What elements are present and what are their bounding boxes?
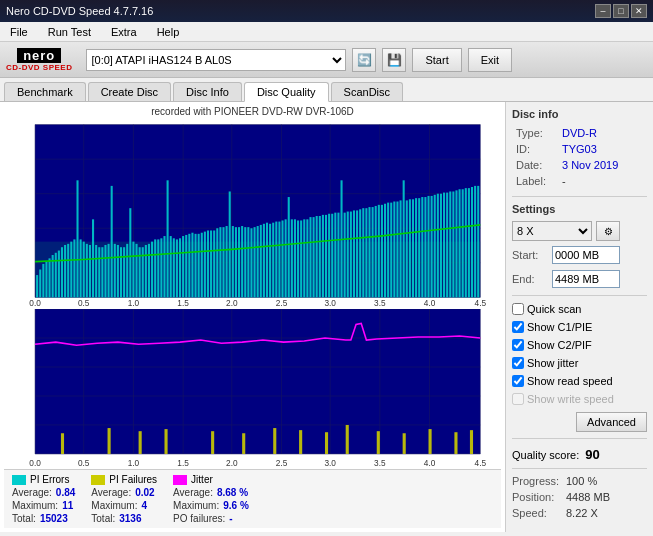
svg-text:3.5: 3.5 (374, 459, 386, 468)
exit-button[interactable]: Exit (468, 48, 512, 72)
svg-rect-47 (61, 247, 63, 297)
quick-scan-checkbox[interactable] (512, 303, 524, 315)
menu-run-test[interactable]: Run Test (42, 24, 97, 40)
start-button[interactable]: Start (412, 48, 461, 72)
maximize-button[interactable]: □ (613, 4, 629, 18)
speed-row: 8 X ⚙ (512, 221, 647, 241)
svg-rect-85 (179, 238, 181, 297)
show-c2-pif-checkbox[interactable] (512, 339, 524, 351)
tab-scan-disc[interactable]: ScanDisc (331, 82, 403, 101)
tab-benchmark[interactable]: Benchmark (4, 82, 86, 101)
svg-rect-110 (257, 226, 259, 297)
jitter-legend: Jitter Average: 8.68 % Maximum: 9.6 % PO… (173, 474, 249, 524)
tab-disc-info[interactable]: Disc Info (173, 82, 242, 101)
svg-text:10: 10 (484, 309, 494, 315)
jitter-average: 8.68 % (217, 487, 248, 498)
svg-text:12: 12 (484, 162, 494, 173)
svg-rect-63 (111, 186, 113, 297)
svg-rect-144 (362, 208, 364, 297)
tab-create-disc[interactable]: Create Disc (88, 82, 171, 101)
minimize-button[interactable]: – (595, 4, 611, 18)
tab-disc-quality[interactable]: Disc Quality (244, 82, 329, 102)
svg-text:1.0: 1.0 (128, 459, 140, 468)
type-value: DVD-R (560, 126, 645, 140)
end-label: End: (512, 273, 548, 285)
show-c1-pie-checkbox[interactable] (512, 321, 524, 333)
menu-extra[interactable]: Extra (105, 24, 143, 40)
divider-3 (512, 438, 647, 439)
svg-text:1.0: 1.0 (128, 298, 140, 308)
divider-2 (512, 295, 647, 296)
id-value: TYG03 (560, 142, 645, 156)
svg-rect-49 (67, 244, 69, 298)
show-read-speed-row: Show read speed (512, 375, 647, 387)
svg-rect-66 (120, 247, 122, 297)
svg-rect-48 (64, 245, 66, 297)
show-read-speed-checkbox[interactable] (512, 375, 524, 387)
svg-rect-146 (368, 207, 370, 297)
menu-file[interactable]: File (4, 24, 34, 40)
drive-selector[interactable]: [0:0] ATAPI iHAS124 B AL0S (86, 49, 346, 71)
position-value: 4488 MB (566, 491, 610, 503)
svg-rect-60 (101, 247, 103, 297)
nero-logo: nero CD-DVD SPEED (6, 48, 72, 72)
svg-rect-82 (170, 236, 172, 297)
svg-rect-221 (108, 428, 111, 454)
label-label: Label: (514, 174, 558, 188)
pi-errors-maximum: 11 (62, 500, 73, 511)
svg-rect-160 (412, 199, 414, 297)
charts-container: 20 16 12 8 4 0 16 12 8 4 0 0.0 0.5 1.0 (4, 119, 501, 469)
svg-rect-61 (104, 245, 106, 297)
show-jitter-label: Show jitter (527, 357, 578, 369)
svg-text:8: 8 (484, 334, 489, 344)
svg-rect-92 (201, 233, 203, 298)
type-label: Type: (514, 126, 558, 140)
svg-rect-77 (154, 239, 156, 297)
pi-errors-color (12, 475, 26, 485)
show-read-speed-label: Show read speed (527, 375, 613, 387)
svg-rect-83 (173, 238, 175, 297)
svg-rect-149 (378, 205, 380, 298)
svg-rect-103 (235, 227, 237, 297)
svg-rect-78 (157, 239, 159, 297)
svg-rect-72 (139, 247, 141, 297)
menu-help[interactable]: Help (151, 24, 186, 40)
svg-rect-171 (446, 193, 448, 298)
svg-rect-118 (281, 220, 283, 297)
show-jitter-checkbox[interactable] (512, 357, 524, 369)
quality-score-value: 90 (585, 447, 599, 462)
svg-rect-130 (319, 216, 321, 297)
start-input[interactable] (552, 246, 620, 264)
svg-rect-100 (226, 226, 228, 297)
save-button[interactable]: 💾 (382, 48, 406, 72)
speed-selector[interactable]: 8 X (512, 221, 592, 241)
svg-rect-147 (372, 207, 374, 297)
svg-text:4.0: 4.0 (424, 459, 436, 468)
end-input[interactable] (552, 270, 620, 288)
right-panel: Disc info Type: DVD-R ID: TYG03 Date: 3 … (505, 102, 653, 532)
svg-rect-163 (421, 197, 423, 297)
svg-rect-123 (297, 220, 299, 297)
svg-rect-62 (108, 244, 110, 298)
svg-rect-124 (300, 220, 302, 297)
svg-rect-115 (272, 223, 274, 298)
svg-rect-45 (55, 253, 57, 298)
title-bar-title: Nero CD-DVD Speed 4.7.7.16 (6, 5, 153, 17)
svg-rect-75 (148, 244, 150, 298)
svg-rect-179 (471, 187, 473, 297)
svg-text:4: 4 (484, 392, 489, 402)
settings-btn[interactable]: ⚙ (596, 221, 620, 241)
svg-text:8: 8 (26, 223, 31, 234)
svg-rect-181 (477, 186, 479, 297)
divider-1 (512, 196, 647, 197)
svg-rect-154 (393, 201, 395, 297)
svg-rect-50 (70, 242, 72, 298)
show-write-speed-checkbox[interactable] (512, 393, 524, 405)
svg-text:3.0: 3.0 (324, 298, 336, 308)
refresh-button[interactable]: 🔄 (352, 48, 376, 72)
title-bar: Nero CD-DVD Speed 4.7.7.16 – □ ✕ (0, 0, 653, 22)
svg-rect-99 (222, 227, 224, 297)
advanced-button[interactable]: Advanced (576, 412, 647, 432)
close-button[interactable]: ✕ (631, 4, 647, 18)
start-row: Start: (512, 246, 647, 264)
